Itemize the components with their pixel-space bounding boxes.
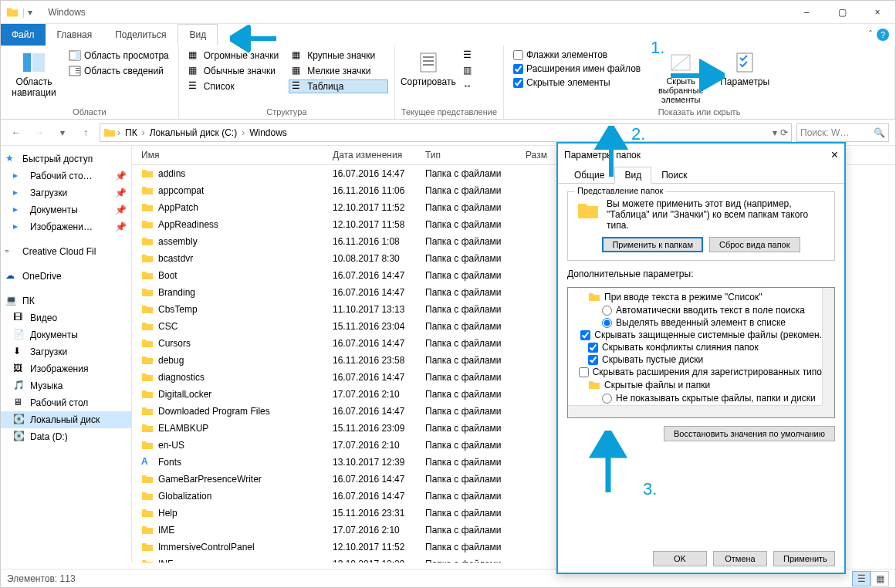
layout-huge[interactable]: ▦Огромные значки — [185, 49, 285, 63]
recent-dropdown[interactable]: ▾ — [53, 123, 72, 142]
dialog-close-button[interactable]: × — [831, 148, 838, 162]
view-icons-button[interactable]: ▦ — [871, 571, 889, 586]
chevron-right-icon[interactable]: › — [242, 127, 245, 138]
radio[interactable] — [602, 306, 612, 316]
hidden-checkbox[interactable] — [513, 78, 523, 88]
sidebar-quickaccess[interactable]: ★ Быстрый доступ — [1, 150, 131, 167]
column-name[interactable]: Имя — [132, 150, 333, 161]
advanced-item[interactable]: Скрывать пустые диски — [570, 353, 822, 366]
dialog-tab-search[interactable]: Поиск — [651, 167, 697, 184]
sidebar-item[interactable]: ▸Изображени…📌 — [1, 218, 131, 235]
sidebar-item[interactable]: 💽Локальный диск — [1, 411, 131, 428]
sidebar-item[interactable]: 📄Документы — [1, 326, 131, 343]
checkbox[interactable] — [588, 355, 598, 365]
reset-folders-button[interactable]: Сброс вида папок — [709, 237, 800, 252]
hide-selected-button[interactable]: Скрыть выбранные элементы — [648, 49, 713, 107]
folder-icon — [141, 303, 154, 316]
sizecolumns-button[interactable]: ↔ — [460, 79, 478, 93]
nav-pane-button[interactable]: Область навигации — [7, 49, 61, 107]
advanced-item[interactable]: Выделять введенный элемент в списке — [570, 316, 822, 329]
scrollbar-horizontal[interactable] — [568, 405, 822, 417]
up-button[interactable]: ↑ — [76, 123, 95, 142]
addcolumn-button[interactable]: ▥ — [460, 64, 478, 78]
extensions-toggle[interactable]: Расширения имен файлов — [510, 63, 644, 75]
tab-file[interactable]: Файл — [1, 24, 46, 46]
advanced-item[interactable]: Не показывать скрытые файлы, папки и дис… — [570, 392, 822, 404]
breadcrumb-pc[interactable]: ПК — [122, 127, 140, 138]
radio[interactable] — [602, 394, 612, 404]
folder-icon — [141, 388, 154, 400]
chevron-right-icon[interactable]: › — [142, 127, 145, 138]
tab-share[interactable]: Поделиться — [103, 24, 178, 46]
checkbox[interactable] — [579, 367, 589, 377]
apply-to-folders-button[interactable]: Применить к папкам — [602, 237, 703, 252]
scrollbar-vertical[interactable] — [822, 288, 834, 405]
sidebar-onedrive[interactable]: ☁ OneDrive — [1, 268, 131, 285]
sidebar-item[interactable]: 💽Data (D:) — [1, 428, 131, 445]
advanced-settings-list[interactable]: При вводе текста в режиме "Список"Автома… — [567, 287, 835, 418]
layout-small[interactable]: ▦Мелкие значки — [289, 64, 388, 78]
sidebar-ccf[interactable]: ▫ Creative Cloud Fil — [1, 243, 131, 260]
sidebar-item[interactable]: ▸Документы📌 — [1, 201, 131, 218]
maximize-button[interactable]: ▢ — [824, 1, 860, 24]
radio[interactable] — [602, 318, 612, 328]
qat-dropdown-icon[interactable]: ▾ — [28, 7, 32, 18]
sidebar-item[interactable]: 🖥Рабочий стол — [1, 394, 131, 411]
sidebar-item[interactable]: ▸Загрузки📌 — [1, 184, 131, 201]
breadcrumb[interactable]: › ПК › Локальный диск (C:) › Windows ▾ ⟳ — [100, 123, 792, 142]
breadcrumb-disk[interactable]: Локальный диск (C:) — [147, 127, 241, 138]
sidebar-item[interactable]: 🎵Музыка — [1, 377, 131, 394]
advanced-item[interactable]: Скрывать защищенные системные файлы (рек… — [570, 329, 822, 341]
extensions-checkbox[interactable] — [513, 64, 523, 74]
hidden-toggle[interactable]: Скрытые элементы — [510, 76, 644, 89]
tab-view[interactable]: Вид — [178, 24, 218, 46]
back-button[interactable]: ← — [7, 123, 25, 142]
advanced-item[interactable]: Автоматически вводить текст в поле поиск… — [570, 304, 822, 316]
sidebar-item[interactable]: ⬇Загрузки — [1, 343, 131, 360]
advanced-item[interactable]: Скрывать конфликты слияния папок — [570, 341, 822, 353]
forward-button[interactable]: → — [30, 123, 49, 142]
checkbox[interactable] — [588, 343, 598, 353]
checkbox[interactable] — [580, 330, 590, 340]
cancel-button[interactable]: Отмена — [713, 551, 767, 566]
column-date[interactable]: Дата изменения — [333, 150, 425, 161]
help-icon[interactable]: ? — [877, 29, 889, 41]
apply-button[interactable]: Применить — [773, 551, 835, 566]
preview-pane-button[interactable]: Область просмотра — [66, 49, 172, 63]
breadcrumb-folder[interactable]: Windows — [246, 127, 290, 138]
checkboxes-toggle[interactable]: Флажки элементов — [510, 49, 644, 61]
collapse-ribbon-icon[interactable]: ˆ — [869, 29, 872, 40]
sidebar-item[interactable]: ▸Рабочий сто…📌 — [1, 167, 131, 184]
column-type[interactable]: Тип — [425, 150, 526, 161]
advanced-item[interactable]: При вводе текста в режиме "Список" — [570, 290, 822, 304]
refresh-icon[interactable]: ⟳ — [780, 127, 788, 138]
sidebar-pc[interactable]: 💻 ПК — [1, 292, 131, 309]
chevron-right-icon[interactable]: › — [117, 127, 120, 138]
sidebar-item[interactable]: 🖼Изображения — [1, 360, 131, 377]
dialog-tab-view[interactable]: Вид — [614, 167, 651, 184]
layout-table[interactable]: ☰Таблица — [289, 79, 388, 93]
ok-button[interactable]: OK — [653, 551, 707, 566]
breadcrumb-dropdown-icon[interactable]: ▾ — [773, 127, 777, 138]
checkboxes-checkbox[interactable] — [513, 50, 523, 60]
close-button[interactable]: × — [860, 1, 895, 24]
sidebar-item[interactable]: 🎞Видео — [1, 309, 131, 326]
dialog-tab-general[interactable]: Общие — [564, 167, 614, 184]
minimize-button[interactable]: – — [789, 1, 824, 24]
tab-home[interactable]: Главная — [46, 24, 104, 46]
advanced-item[interactable]: Скрытые файлы и папки — [570, 378, 822, 392]
restore-defaults-button[interactable]: Восстановить значения по умолчанию — [664, 426, 835, 441]
layout-normal[interactable]: ▦Обычные значки — [185, 64, 285, 78]
view-details-button[interactable]: ☰ — [852, 571, 871, 586]
advanced-item-label: Скрывать пустые диски — [602, 354, 703, 365]
options-button[interactable]: Параметры — [718, 49, 772, 107]
sort-button[interactable]: Сортировать — [401, 49, 455, 107]
advanced-item[interactable]: Скрывать расширения для зарегистрированн… — [570, 366, 822, 378]
groupby-button[interactable]: ☰ — [460, 49, 478, 63]
folder-icon — [141, 269, 154, 282]
layout-list[interactable]: ☰Список — [185, 79, 285, 93]
details-pane-button[interactable]: Область сведений — [66, 64, 172, 78]
search-input[interactable]: Поиск: W… 🔍 — [796, 123, 889, 142]
svg-rect-11 — [423, 64, 434, 66]
layout-large[interactable]: ▦Крупные значки — [289, 49, 388, 63]
